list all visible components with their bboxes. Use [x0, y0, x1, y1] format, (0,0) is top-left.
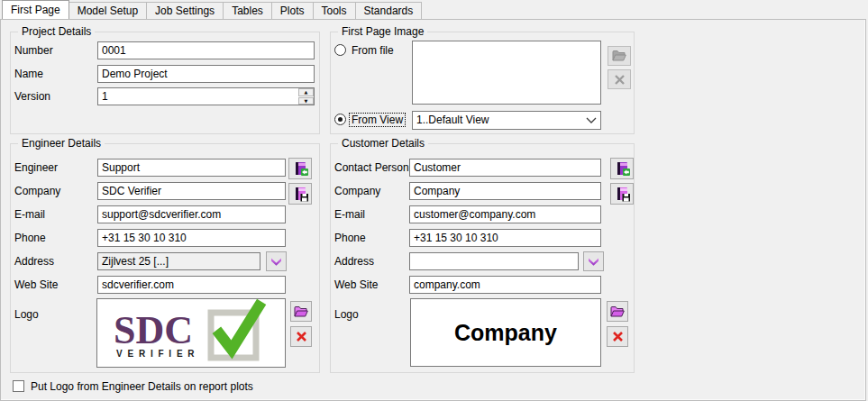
contact-person-label: Contact Person [334, 161, 409, 174]
engineer-address-label: Address [14, 255, 54, 268]
engineer-company-input[interactable] [97, 182, 286, 200]
sdc-logo-main-text: SDC [114, 308, 193, 352]
address-book-save-icon [293, 187, 308, 202]
customer-address-expand-button[interactable] [583, 251, 604, 271]
tab-standards[interactable]: Standards [355, 2, 423, 19]
tab-page-first-page: Project Details Number Name Version ▲ ▼ … [0, 19, 866, 401]
folder-open-icon [610, 305, 625, 318]
project-details-group: Project Details Number Name Version ▲ ▼ [10, 32, 320, 134]
engineer-phone-input[interactable] [97, 229, 286, 247]
spinner-down-icon[interactable]: ▼ [298, 97, 314, 105]
customer-email-label: E-mail [334, 208, 365, 221]
engineer-address-expand-button[interactable] [266, 251, 287, 271]
engineer-email-label: E-mail [14, 208, 45, 221]
customer-phone-label: Phone [334, 232, 366, 244]
image-clear-button[interactable] [608, 69, 631, 89]
from-file-radio[interactable] [334, 44, 346, 56]
customer-company-label: Company [334, 185, 380, 197]
address-book-load-icon [293, 161, 308, 177]
tab-job-settings[interactable]: Job Settings [146, 2, 224, 19]
version-input[interactable] [97, 87, 315, 105]
tab-strip: First Page Model Setup Job Settings Tabl… [0, 0, 868, 19]
customer-details-title: Customer Details [338, 137, 428, 150]
engineer-email-input[interactable] [97, 205, 286, 223]
first-page-image-title: First Page Image [338, 25, 427, 38]
engineer-logo-clear-button[interactable] [290, 326, 312, 347]
clear-x-icon [296, 331, 307, 342]
customer-details-group: Customer Details Contact Person Company … [330, 143, 635, 373]
engineer-details-group: Engineer Details Engineer Company E-mail… [10, 143, 320, 373]
customer-phone-input[interactable] [409, 229, 601, 247]
customer-logo-preview: Company [410, 298, 601, 367]
engineer-logo-open-button[interactable] [290, 301, 312, 322]
customer-address-input[interactable] [409, 252, 579, 270]
first-page-settings-window: First Page Model Setup Job Settings Tabl… [0, 0, 868, 401]
customer-logo-label: Logo [334, 308, 359, 321]
put-logo-checkbox-label[interactable]: Put Logo from Engineer Details on report… [31, 380, 253, 393]
from-view-radio[interactable] [334, 114, 346, 125]
number-input[interactable] [97, 41, 315, 59]
image-preview-box [412, 41, 601, 105]
chevron-down-icon [587, 257, 600, 267]
clear-x-icon [612, 331, 624, 342]
engineer-details-title: Engineer Details [18, 137, 105, 150]
folder-open-icon [294, 305, 308, 318]
chevron-down-icon [270, 257, 283, 267]
engineer-logo-label: Logo [14, 308, 39, 321]
sdc-verifier-logo: SDC V E R I F I E R [97, 299, 285, 367]
customer-load-contact-button[interactable] [610, 158, 634, 179]
engineer-label: Engineer [14, 161, 58, 174]
engineer-load-contact-button[interactable] [288, 158, 312, 179]
view-select-value: 1..Default View [416, 112, 586, 129]
engineer-logo-preview: SDC V E R I F I E R [96, 298, 286, 368]
folder-open-icon [612, 50, 626, 62]
first-page-image-group: First Page Image From file [330, 32, 635, 134]
put-logo-checkbox[interactable] [13, 380, 24, 392]
tab-plots[interactable]: Plots [271, 2, 314, 19]
contact-person-input[interactable] [409, 159, 601, 177]
customer-website-input[interactable] [409, 276, 601, 294]
engineer-website-input[interactable] [97, 276, 286, 294]
customer-logo-clear-button[interactable] [607, 326, 628, 347]
customer-save-contact-button[interactable] [610, 183, 634, 205]
name-label: Name [14, 68, 43, 80]
engineer-phone-label: Phone [14, 232, 46, 244]
version-spinner: ▲ ▼ [298, 88, 314, 105]
engineer-address-input[interactable] [97, 252, 260, 270]
chevron-down-icon [586, 117, 597, 123]
number-label: Number [14, 44, 53, 57]
from-view-label[interactable]: From View [349, 113, 406, 127]
image-open-button[interactable] [608, 46, 631, 66]
customer-logo-text: Company [454, 320, 557, 346]
spinner-up-icon[interactable]: ▲ [298, 88, 314, 96]
customer-company-input[interactable] [409, 182, 601, 200]
tab-tools[interactable]: Tools [313, 2, 356, 19]
tab-model-setup[interactable]: Model Setup [69, 2, 147, 19]
customer-email-input[interactable] [409, 205, 601, 223]
clear-x-icon [614, 74, 626, 86]
engineer-input[interactable] [97, 159, 286, 177]
tab-first-page[interactable]: First Page [2, 0, 69, 19]
version-label: Version [14, 90, 50, 103]
engineer-website-label: Web Site [14, 278, 58, 291]
project-details-title: Project Details [18, 25, 95, 38]
customer-address-label: Address [334, 255, 374, 268]
sdc-logo-sub-text: V E R I F I E R [116, 349, 196, 359]
name-input[interactable] [97, 65, 315, 83]
from-file-label[interactable]: From file [352, 44, 394, 57]
address-book-save-icon [615, 187, 630, 202]
address-book-load-icon [615, 161, 630, 177]
customer-website-label: Web Site [334, 278, 378, 291]
tab-tables[interactable]: Tables [223, 2, 272, 19]
customer-logo-open-button[interactable] [607, 301, 628, 322]
view-select[interactable]: 1..Default View [412, 111, 601, 130]
engineer-save-contact-button[interactable] [288, 183, 312, 205]
engineer-company-label: Company [14, 185, 60, 197]
